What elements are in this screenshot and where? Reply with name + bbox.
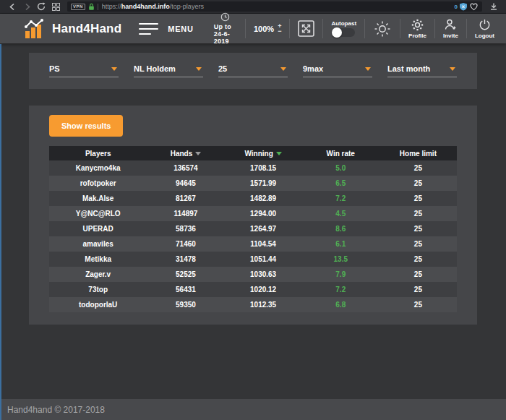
- cell-player: 73top: [49, 286, 147, 293]
- logout-label: Logout: [475, 33, 494, 39]
- cell-home-limit: 25: [380, 270, 457, 278]
- cell-home-limit: 25: [380, 255, 457, 263]
- filter-select[interactable]: 9max: [303, 64, 372, 77]
- table-row[interactable]: todoporlaU 59350 1012.35 6.8 25: [49, 297, 457, 312]
- filter-select[interactable]: NL Holdem: [134, 64, 203, 77]
- cell-home-limit: 25: [380, 225, 457, 233]
- reload-icon: [37, 2, 46, 11]
- cell-home-limit: 25: [380, 164, 457, 172]
- back-button[interactable]: [5, 1, 20, 12]
- forward-button[interactable]: [20, 1, 34, 12]
- zoom-level: 100%: [254, 25, 274, 33]
- cell-winning: 1051.44: [225, 255, 302, 263]
- download-button[interactable]: [486, 1, 501, 12]
- chevron-down-icon: [450, 67, 455, 71]
- table-row[interactable]: Zager.v 52525 1030.63 7.9 25: [49, 267, 457, 282]
- table-row[interactable]: Kanycmo4ka 136574 1708.15 5.0 25: [49, 160, 457, 176]
- cell-winning: 1482.89: [225, 194, 302, 202]
- cell-win-rate: 7.2: [302, 286, 380, 293]
- fullscreen-icon: [298, 20, 314, 37]
- filter-value: Last month: [387, 64, 430, 73]
- cell-home-limit: 25: [380, 194, 457, 202]
- cell-player: amaviles: [49, 240, 147, 248]
- table-row[interactable]: UPERAD 58736 1264.97 8.6 25: [49, 221, 457, 236]
- chevron-down-icon: [365, 67, 371, 71]
- cell-player: UPERAD: [49, 225, 147, 233]
- invite-button[interactable]: Invite: [443, 19, 458, 39]
- table-row[interactable]: Y@NC@RLO 114897 1294.00 4.5 25: [49, 206, 457, 221]
- logo[interactable]: Hand4Hand: [24, 19, 121, 38]
- profile-button[interactable]: Profile: [408, 19, 426, 39]
- zoom-out-button[interactable]: −: [278, 29, 281, 34]
- table-row[interactable]: amaviles 71460 1104.54 6.1 25: [49, 236, 457, 252]
- cell-winning: 1294.00: [225, 210, 302, 218]
- cell-win-rate: 6.5: [302, 179, 380, 187]
- cell-winning: 1571.99: [225, 179, 302, 187]
- gear-icon: [411, 19, 424, 31]
- table-row[interactable]: 73top 56431 1020.12 7.2 25: [49, 282, 457, 297]
- column-header[interactable]: Winning: [225, 150, 302, 158]
- cell-player: todoporlaU: [49, 301, 147, 309]
- menu-button[interactable]: MENU: [139, 23, 194, 35]
- invite-label: Invite: [443, 33, 458, 39]
- column-header[interactable]: Hands: [147, 150, 224, 158]
- cell-winning: 1012.35: [225, 301, 302, 309]
- url-divider: [98, 4, 98, 10]
- tab-grid-button[interactable]: [48, 1, 63, 12]
- cell-winning: 1264.97: [225, 225, 302, 233]
- page-content: PS NL Holdem 25 9max Last month: [0, 44, 506, 399]
- autopast-control: Autopast: [331, 20, 356, 37]
- cell-hands: 31478: [147, 255, 224, 263]
- cell-win-rate: 4.5: [302, 210, 380, 218]
- theme-button[interactable]: [373, 20, 392, 38]
- zoom-control: 100% + −: [254, 24, 281, 34]
- table-row[interactable]: rofotpoker 94645 1571.99 6.5 25: [49, 176, 457, 191]
- toggle-knob: [332, 27, 342, 38]
- column-header[interactable]: Win rate: [302, 150, 380, 158]
- table-row[interactable]: Mak.Alse 81267 1482.89 7.2 25: [49, 191, 457, 206]
- logout-button[interactable]: Logout: [475, 19, 494, 39]
- filter-select[interactable]: PS: [49, 64, 119, 77]
- cell-home-limit: 25: [380, 286, 457, 293]
- filter-select[interactable]: Last month: [387, 64, 457, 77]
- header-separator: [322, 19, 323, 38]
- reload-button[interactable]: [34, 1, 48, 12]
- heart-icon[interactable]: [469, 2, 479, 11]
- cell-home-limit: 25: [380, 240, 457, 248]
- hamburger-icon: [139, 23, 158, 35]
- filters-panel: PS NL Holdem 25 9max Last month: [29, 53, 477, 89]
- shield-icon[interactable]: [460, 3, 467, 11]
- cell-hands: 114897: [147, 210, 224, 218]
- cell-home-limit: 25: [380, 210, 457, 218]
- date-selector[interactable]: Up to 24-6-2019: [214, 12, 237, 45]
- table-row[interactable]: Metikka 31478 1051.44 13.5 25: [49, 252, 457, 267]
- show-results-button[interactable]: Show results: [49, 115, 123, 137]
- app-header: Hand4Hand MENU Up to 24-6-2019 100% + −: [0, 14, 506, 43]
- cell-hands: 59350: [147, 301, 224, 309]
- header-separator: [466, 19, 467, 38]
- chevron-down-icon: [111, 67, 117, 71]
- cell-winning: 1030.63: [225, 270, 302, 278]
- back-icon: [9, 3, 17, 11]
- autopast-toggle[interactable]: [333, 28, 355, 37]
- filter-value: 25: [218, 64, 227, 73]
- results-table: Players Hands Winning Win rate: [49, 146, 457, 312]
- clock-icon: [220, 12, 230, 22]
- cell-hands: 136574: [147, 164, 224, 172]
- vpn-badge[interactable]: VPN: [71, 4, 85, 10]
- column-header[interactable]: Players: [49, 150, 147, 158]
- download-icon: [489, 2, 498, 11]
- header-separator: [400, 19, 400, 38]
- column-label: Win rate: [327, 150, 355, 158]
- cell-hands: 52525: [147, 270, 224, 278]
- fullscreen-button[interactable]: [298, 20, 314, 37]
- url-bar[interactable]: VPN https://hand4hand.info/top-players 0: [67, 1, 482, 12]
- column-label: Hands: [171, 150, 193, 158]
- cell-win-rate: 6.1: [302, 240, 380, 248]
- page-footer: Hand4hand © 2017-2018: [0, 399, 506, 420]
- cell-win-rate: 8.6: [302, 225, 380, 233]
- column-header[interactable]: Home limit: [380, 150, 457, 158]
- power-icon: [479, 19, 491, 31]
- filter-select[interactable]: 25: [218, 64, 288, 77]
- cell-home-limit: 25: [380, 301, 457, 309]
